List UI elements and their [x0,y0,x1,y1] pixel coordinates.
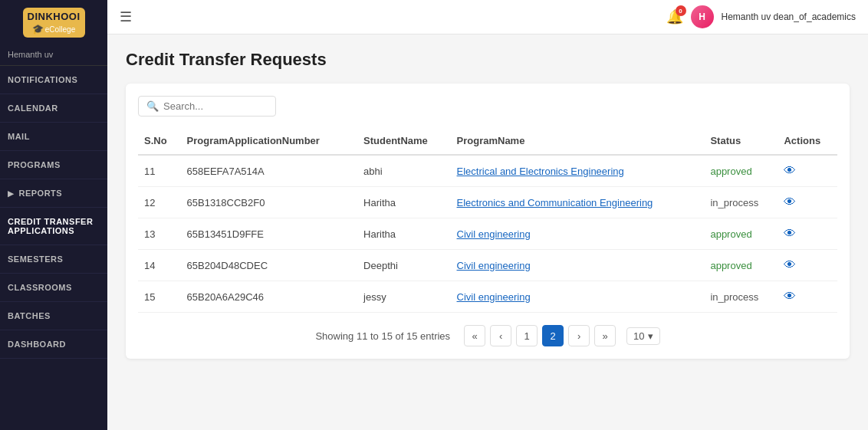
table-row: 11 658EEFA7A514A abhi Electrical and Ele… [138,155,837,187]
page-1-btn[interactable]: 1 [516,325,538,346]
chevron-icon: ▶ [8,189,15,198]
logo-ecollege: 🎓 eCollege [32,24,75,34]
sidebar-item-notifications[interactable]: NOTIFICATIONS [0,66,107,94]
col-status: Status [704,127,778,155]
cell-appnum: 65B1318CCB2F0 [181,187,358,218]
sidebar-item-reports[interactable]: ▶ REPORTS [0,179,107,208]
per-page-select[interactable]: 10 ▾ [626,327,659,345]
col-sno: S.No [138,127,181,155]
view-icon[interactable]: 👁 [784,195,796,208]
cell-status: approved [704,218,778,250]
sidebar-item-semesters[interactable]: SEMESTERS [0,245,107,274]
sidebar-item-calendar[interactable]: CALENDAR [0,94,107,123]
view-icon[interactable]: 👁 [784,290,796,303]
content-area: Credit Transfer Requests 🔍 S.No ProgramA… [107,34,868,430]
sidebar-logo: DINKHOOI 🎓 eCollege [0,0,107,44]
topbar-right: 🔔 0 H Hemanth uv dean_of_academics [666,5,856,28]
sidebar: DINKHOOI 🎓 eCollege Hemanth uv NOTIFICAT… [0,0,107,430]
table-row: 15 65B20A6A29C46 jessy Civil engineering… [138,281,837,313]
cell-actions: 👁 [778,218,837,250]
cell-appnum: 65B13451D9FFE [181,218,358,250]
page-next-btn[interactable]: › [568,325,590,346]
view-icon[interactable]: 👁 [784,164,796,177]
cell-appnum: 658EEFA7A514A [181,155,358,187]
sidebar-item-classrooms[interactable]: CLASSROOMS [0,274,107,302]
cell-status: in_process [704,281,778,313]
page-2-btn[interactable]: 2 [542,325,564,346]
notification-badge: 0 [676,5,686,16]
page-prev-btn[interactable]: ‹ [490,325,511,346]
user-name-header: Hemanth uv dean_of_academics [722,11,856,22]
user-avatar: H [691,5,714,28]
cell-student: jessy [357,281,450,313]
cell-actions: 👁 [778,281,837,313]
cell-program: Civil engineering [451,218,705,250]
sidebar-item-credit-transfer[interactable]: CREDIT TRANSFER APPLICATIONS [0,208,107,245]
table-header: S.No ProgramApplicationNumber StudentNam… [138,127,837,155]
search-bar-wrapper: 🔍 [138,96,837,117]
table-body: 11 658EEFA7A514A abhi Electrical and Ele… [138,155,837,313]
cell-student: Deepthi [357,250,450,281]
cell-sno: 11 [138,155,181,187]
cell-student: Haritha [357,218,450,250]
cell-actions: 👁 [778,155,837,187]
cell-student: abhi [357,155,450,187]
search-icon: 🔍 [146,100,159,112]
sidebar-item-programs[interactable]: PROGRAMS [0,151,107,179]
col-app-num: ProgramApplicationNumber [181,127,358,155]
program-link[interactable]: Electronics and Communication Engineerin… [457,197,653,208]
notification-bell[interactable]: 🔔 0 [666,8,683,25]
hamburger-icon[interactable]: ☰ [120,8,132,25]
credit-transfer-table: S.No ProgramApplicationNumber StudentNam… [138,127,837,313]
program-link[interactable]: Civil engineering [457,291,531,303]
logo-brand: DINKHOOI [28,11,81,22]
sidebar-username: Hemanth uv [0,44,107,66]
cell-student: Haritha [357,187,450,218]
cell-program: Electronics and Communication Engineerin… [451,187,705,218]
cell-sno: 14 [138,250,181,281]
sidebar-item-dashboard[interactable]: Dashboard [0,330,107,359]
topbar: ☰ 🔔 0 H Hemanth uv dean_of_academics [107,0,868,34]
cell-status: approved [704,155,778,187]
view-icon[interactable]: 👁 [784,227,796,240]
col-actions: Actions [778,127,837,155]
program-link[interactable]: Civil engineering [457,260,531,271]
cell-sno: 12 [138,187,181,218]
table-row: 12 65B1318CCB2F0 Haritha Electronics and… [138,187,837,218]
cell-program: Civil engineering [451,250,705,281]
table-header-row: S.No ProgramApplicationNumber StudentNam… [138,127,837,155]
cell-sno: 13 [138,218,181,250]
sidebar-item-batches[interactable]: BATCHES [0,302,107,330]
main-card: 🔍 S.No ProgramApplicationNumber StudentN… [126,84,850,359]
main-content: ☰ 🔔 0 H Hemanth uv dean_of_academics Cre… [107,0,868,430]
cell-status: in_process [704,187,778,218]
page-first-btn[interactable]: « [464,325,485,346]
cell-program: Electrical and Electronics Engineering [451,155,705,187]
chevron-down-icon: ▾ [648,330,653,342]
cell-actions: 👁 [778,187,837,218]
page-last-btn[interactable]: » [594,325,616,346]
pagination-bar: Showing 11 to 15 of 15 entries « ‹ 1 2 ›… [138,325,837,346]
view-icon[interactable]: 👁 [784,258,796,271]
logo-box: DINKHOOI 🎓 eCollege [23,8,85,38]
ecollege-icon: 🎓 [32,24,44,34]
sidebar-item-mail[interactable]: MAIL [0,123,107,151]
per-page-value: 10 [633,330,644,342]
col-program: ProgramName [451,127,705,155]
topbar-left: ☰ [120,8,132,25]
cell-status: approved [704,250,778,281]
pagination-info: Showing 11 to 15 of 15 entries [315,330,450,342]
page-title: Credit Transfer Requests [126,50,850,70]
col-student: StudentName [357,127,450,155]
cell-appnum: 65B20A6A29C46 [181,281,358,313]
cell-actions: 👁 [778,250,837,281]
search-input-box: 🔍 [138,96,276,117]
program-link[interactable]: Civil engineering [457,228,531,240]
table-row: 14 65B204D48CDEC Deepthi Civil engineeri… [138,250,837,281]
search-input[interactable] [163,100,268,112]
cell-appnum: 65B204D48CDEC [181,250,358,281]
cell-program: Civil engineering [451,281,705,313]
cell-sno: 15 [138,281,181,313]
program-link[interactable]: Electrical and Electronics Engineering [457,166,624,177]
table-row: 13 65B13451D9FFE Haritha Civil engineeri… [138,218,837,250]
